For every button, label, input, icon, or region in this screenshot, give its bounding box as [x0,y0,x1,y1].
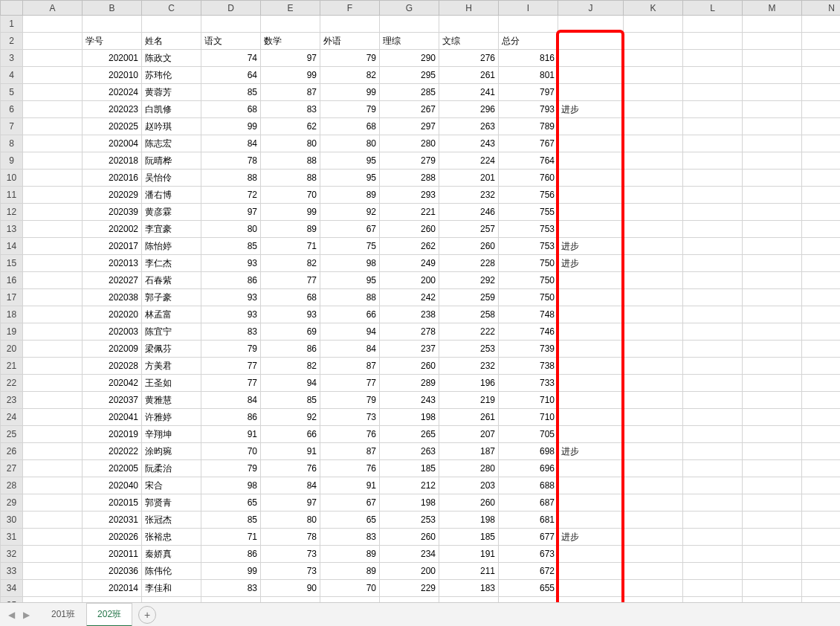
cell-M30[interactable] [743,512,802,529]
cell-G17[interactable]: 242 [380,289,439,306]
cell-L14[interactable] [683,238,743,255]
cell-J35[interactable] [558,597,624,603]
cell-K29[interactable] [624,494,683,512]
cell-K8[interactable] [624,135,683,152]
row-header-9[interactable]: 9 [1,152,23,170]
cell-L5[interactable] [683,84,743,101]
cell-K6[interactable] [624,101,683,118]
cell-J26[interactable]: 进步 [558,443,624,460]
add-sheet-button[interactable]: + [138,606,156,624]
cell-G1[interactable] [380,16,439,33]
cell-E11[interactable]: 70 [261,187,320,204]
cell-F27[interactable]: 76 [320,460,380,477]
cell-M31[interactable] [743,529,802,546]
cell-M1[interactable] [743,16,802,33]
cell-M2[interactable] [743,33,802,50]
cell-B32[interactable]: 202011 [83,546,142,563]
cell-B31[interactable]: 202026 [83,529,142,546]
cell-A24[interactable] [23,409,83,426]
cell-L6[interactable] [683,101,743,118]
cell-I18[interactable]: 748 [499,306,558,323]
cell-M25[interactable] [743,426,802,443]
cell-A23[interactable] [23,392,83,409]
cell-A20[interactable] [23,341,83,358]
cell-E19[interactable]: 69 [261,323,320,341]
cell-A1[interactable] [23,16,83,33]
cell-L28[interactable] [683,477,743,494]
cell-D22[interactable]: 77 [201,375,261,392]
cell-K4[interactable] [624,67,683,84]
cell-B8[interactable]: 202004 [83,135,142,152]
cell-F13[interactable]: 67 [320,221,380,238]
cell-A27[interactable] [23,460,83,477]
cell-D19[interactable]: 83 [201,323,261,341]
col-header-I[interactable]: I [499,1,558,16]
col-header-G[interactable]: G [380,1,439,16]
cell-L16[interactable] [683,272,743,289]
row-19[interactable]: 19202003陈宜宁836994278222746 [1,323,841,341]
cell-J16[interactable] [558,272,624,289]
cell-H17[interactable]: 259 [439,289,499,306]
cell-B34[interactable]: 202014 [83,580,142,597]
cell-A26[interactable] [23,443,83,460]
row-25[interactable]: 25202019辛翔坤916676265207705 [1,426,841,443]
cell-L26[interactable] [683,443,743,460]
cell-B15[interactable]: 202013 [83,255,142,272]
cell-I11[interactable]: 756 [499,187,558,204]
cell-D4[interactable]: 64 [201,67,261,84]
cell-G13[interactable]: 260 [380,221,439,238]
cell-J21[interactable] [558,358,624,375]
row-20[interactable]: 20202009梁佩芬798684237253739 [1,341,841,358]
cell-K5[interactable] [624,84,683,101]
cell-C1[interactable] [142,16,201,33]
cell-N28[interactable] [802,477,841,494]
row-18[interactable]: 18202020林孟富939366238258748 [1,306,841,323]
cell-J24[interactable] [558,409,624,426]
cell-E33[interactable]: 73 [261,563,320,580]
cell-K33[interactable] [624,563,683,580]
cell-B30[interactable]: 202031 [83,512,142,529]
cell-G23[interactable]: 243 [380,392,439,409]
cell-I8[interactable]: 767 [499,135,558,152]
cell-N33[interactable] [802,563,841,580]
row-2[interactable]: 2学号姓名语文数学外语理综文综总分 [1,33,841,50]
cell-K21[interactable] [624,358,683,375]
cell-L20[interactable] [683,341,743,358]
cell-I9[interactable]: 764 [499,152,558,170]
cell-H3[interactable]: 276 [439,50,499,67]
cell-M6[interactable] [743,101,802,118]
cell-A19[interactable] [23,323,83,341]
cell-D29[interactable]: 65 [201,494,261,512]
cell-B23[interactable]: 202037 [83,392,142,409]
cell-B17[interactable]: 202038 [83,289,142,306]
row-header-4[interactable]: 4 [1,67,23,84]
cell-H30[interactable]: 198 [439,512,499,529]
cell-C27[interactable]: 阮柔治 [142,460,201,477]
cell-M20[interactable] [743,341,802,358]
cell-C28[interactable]: 宋合 [142,477,201,494]
cell-K16[interactable] [624,272,683,289]
cell-C14[interactable]: 陈怡婷 [142,238,201,255]
cell-M14[interactable] [743,238,802,255]
cell-E3[interactable]: 97 [261,50,320,67]
cell-M13[interactable] [743,221,802,238]
cell-N24[interactable] [802,409,841,426]
cell-G4[interactable]: 295 [380,67,439,84]
cell-M32[interactable] [743,546,802,563]
cell-G8[interactable]: 280 [380,135,439,152]
cell-B3[interactable]: 202001 [83,50,142,67]
cell-H4[interactable]: 261 [439,67,499,84]
cell-F14[interactable]: 75 [320,238,380,255]
cell-K31[interactable] [624,529,683,546]
cell-A8[interactable] [23,135,83,152]
cell-B19[interactable]: 202003 [83,323,142,341]
cell-I30[interactable]: 681 [499,512,558,529]
cell-K11[interactable] [624,187,683,204]
row-header-3[interactable]: 3 [1,50,23,67]
cell-J12[interactable] [558,204,624,221]
cell-N10[interactable] [802,170,841,187]
cell-J28[interactable] [558,477,624,494]
cell-K22[interactable] [624,375,683,392]
cell-C32[interactable]: 秦娇真 [142,546,201,563]
cell-N18[interactable] [802,306,841,323]
